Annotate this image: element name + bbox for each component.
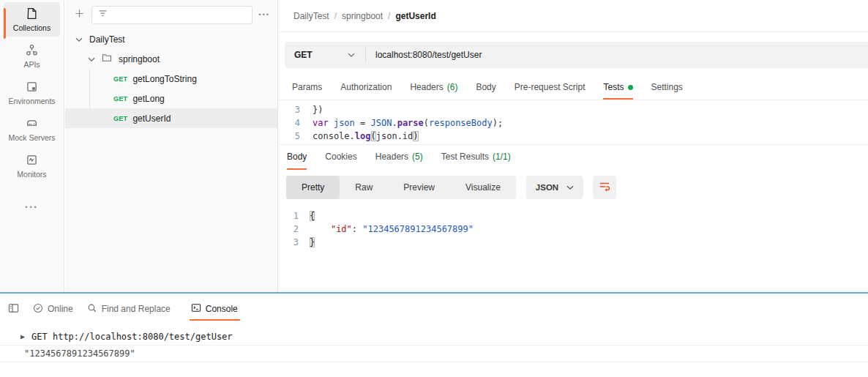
sidebar-item-mock-servers[interactable]: Mock Servers	[4, 112, 60, 146]
online-label: Online	[48, 304, 73, 314]
disclosure-triangle-icon[interactable]: ▶	[20, 329, 25, 345]
environments-icon	[26, 81, 38, 93]
breadcrumb: DailyTest / springboot / getUserId	[279, 0, 868, 32]
method-badge: GET	[113, 95, 127, 102]
code-text: "id": "1234567891234567899"	[310, 223, 474, 236]
line-number: 2	[279, 223, 310, 236]
breadcrumb-separator: /	[334, 11, 337, 21]
chevron-down-icon	[566, 182, 574, 193]
sidebar-item-label: Environments	[8, 97, 55, 105]
breadcrumb-collection[interactable]: DailyTest	[293, 11, 329, 21]
code-text: })	[313, 103, 323, 116]
folder-name: springboot	[119, 54, 160, 64]
response-tab-test-results[interactable]: Test Results(1/1)	[441, 145, 511, 170]
tab-params[interactable]: Params	[292, 76, 322, 100]
apis-icon	[26, 44, 38, 56]
wrap-lines-icon	[599, 181, 610, 194]
console-tab[interactable]: Console	[191, 303, 238, 315]
sidebar-more-button[interactable]: •••	[0, 204, 64, 211]
console-log-request-text: GET http://localhost:8080/test/getUser	[31, 329, 233, 345]
tree-item-request[interactable]: GET getLong	[65, 89, 277, 108]
online-status[interactable]: Online	[33, 303, 73, 316]
console-icon	[191, 303, 201, 315]
sidebar-item-label: Collections	[13, 23, 50, 32]
active-indicator-bar	[4, 8, 6, 39]
sidebar-item-collections[interactable]: Collections	[4, 2, 60, 37]
filter-text-field[interactable]	[112, 10, 246, 20]
postman-app: Collections APIs Environments Mock Serve…	[0, 0, 868, 377]
method-badge: GET	[113, 115, 127, 122]
method-value: GET	[294, 50, 313, 60]
view-visualize-button[interactable]: Visualize	[450, 176, 516, 199]
code-text: console.log(json.id)	[313, 130, 419, 143]
sidebar-item-environments[interactable]: Environments	[4, 75, 60, 110]
tree-item-folder[interactable]: springboot	[65, 49, 277, 69]
code-line: 1 {	[279, 209, 868, 223]
activity-bar: Collections APIs Environments Mock Serve…	[0, 0, 64, 292]
sidebar-item-label: Monitors	[17, 170, 46, 179]
sidebar-item-apis[interactable]: APIs	[4, 39, 60, 73]
response-tabs: Body Cookies Headers(5) Test Results(1/1…	[279, 145, 868, 170]
collections-panel: ••• DailyTest springboot GET getLongToSt…	[65, 0, 278, 292]
response-toolbar: Pretty Raw Preview Visualize JSON	[286, 176, 868, 199]
tab-settings[interactable]: Settings	[651, 76, 683, 100]
console-panel: Online Find and Replace Console ▶ GET ht…	[0, 292, 868, 377]
check-circle-icon	[33, 303, 43, 316]
view-pretty-button[interactable]: Pretty	[286, 176, 340, 199]
format-dropdown[interactable]: JSON	[526, 176, 583, 199]
monitors-icon	[26, 154, 38, 166]
console-log-request[interactable]: ▶ GET http://localhost:8080/test/getUser	[0, 328, 868, 345]
tab-headers[interactable]: Headers(6)	[410, 76, 457, 100]
request-workspace: DailyTest / springboot / getUserId GET l…	[279, 0, 868, 292]
breadcrumb-folder[interactable]: springboot	[342, 11, 383, 21]
tests-script-dot	[628, 85, 633, 90]
tree-item-request[interactable]: GET getLongToString	[65, 69, 277, 89]
breadcrumb-separator: /	[388, 11, 390, 21]
method-dropdown[interactable]: GET	[285, 50, 365, 60]
search-icon	[87, 303, 97, 316]
chevron-down-icon	[348, 50, 355, 60]
request-name: getLong	[132, 94, 164, 104]
response-tab-cookies[interactable]: Cookies	[325, 145, 356, 170]
wrap-lines-button[interactable]	[593, 176, 616, 199]
response-tab-body[interactable]: Body	[287, 145, 307, 170]
console-label: Console	[206, 304, 238, 314]
folder-icon	[102, 53, 112, 64]
code-line: 3 }	[279, 236, 868, 249]
sidebar-item-label: APIs	[23, 60, 40, 69]
format-value: JSON	[536, 183, 558, 192]
find-and-replace-button[interactable]: Find and Replace	[87, 303, 171, 316]
chevron-down-icon[interactable]	[88, 54, 95, 64]
code-line: 5 console.log(json.id)	[279, 130, 868, 143]
tab-tests[interactable]: Tests	[603, 76, 632, 100]
tree-item-request-selected[interactable]: GET getUserId	[65, 108, 277, 128]
response-body-viewer[interactable]: 1 { 2 "id": "1234567891234567899" 3 }	[279, 209, 868, 249]
sidebar-toggle-icon[interactable]	[8, 303, 19, 316]
tree-item-collection[interactable]: DailyTest	[65, 29, 277, 49]
mock-servers-icon	[26, 117, 38, 130]
chevron-down-icon[interactable]	[75, 34, 83, 45]
request-name: getLongToString	[132, 74, 196, 84]
response-tab-headers[interactable]: Headers(5)	[375, 145, 423, 170]
view-preview-button[interactable]: Preview	[388, 176, 450, 199]
tab-pre-request-script[interactable]: Pre-request Script	[515, 76, 585, 100]
tab-body[interactable]: Body	[476, 76, 495, 100]
sidebar-item-monitors[interactable]: Monitors	[4, 149, 60, 183]
code-text: {	[310, 209, 315, 223]
line-number: 5	[279, 130, 313, 143]
code-line: 4 var json = JSON.parse(responseBody);	[279, 116, 868, 130]
tests-script-editor[interactable]: 3 }) 4 var json = JSON.parse(responseBod…	[279, 100, 868, 145]
code-text: }	[310, 236, 315, 249]
find-and-replace-label: Find and Replace	[102, 304, 171, 314]
breadcrumb-request: getUserId	[395, 11, 435, 21]
console-status-bar: Online Find and Replace Console	[0, 296, 868, 322]
view-raw-button[interactable]: Raw	[340, 176, 388, 199]
console-log-value[interactable]: "1234567891234567899"	[0, 345, 868, 362]
tab-authorization[interactable]: Authorization	[340, 76, 392, 100]
code-line: 3 })	[279, 103, 868, 116]
collection-name: DailyTest	[89, 34, 125, 45]
collections-more-button[interactable]: •••	[259, 11, 270, 18]
filter-collections-input[interactable]	[91, 6, 252, 24]
url-input[interactable]: localhost:8080/test/getUser	[366, 50, 482, 60]
add-collection-button[interactable]	[74, 8, 85, 21]
